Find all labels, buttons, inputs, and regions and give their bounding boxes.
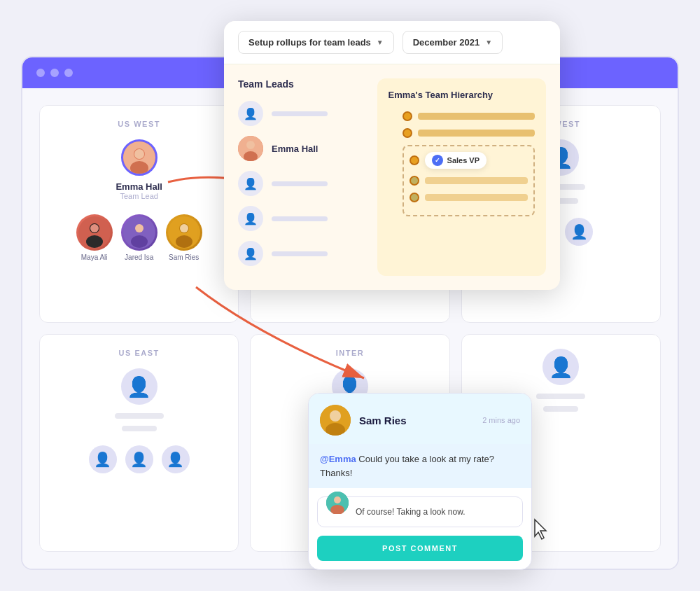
dropdown-arrow-2: ▼ — [485, 39, 492, 46]
post-comment-button[interactable]: POST COMMENT — [317, 536, 523, 561]
lead-item-emma[interactable]: Emma Hall — [238, 136, 360, 161]
tree-dot-4 — [410, 193, 419, 202]
sam-ries-avatar — [166, 214, 202, 251]
svg-point-10 — [131, 235, 148, 248]
us-east-member-1: 👤 — [89, 445, 117, 473]
tree-item-2 — [402, 128, 535, 138]
member-sam: Sam Ries — [166, 214, 202, 261]
lead-placeholder-4 — [272, 216, 328, 221]
popup-body: Team Leads 👤 Emma Hall — [224, 64, 560, 290]
jared-isa-avatar — [121, 214, 158, 251]
setup-rollups-label: Setup rollups for team leads — [248, 37, 371, 48]
tree-item-salesvp: ✓ Sales VP — [410, 152, 528, 169]
comment-reply-box: Of course! Taking a look now. — [317, 496, 523, 527]
lead-avatar-4: 👤 — [238, 206, 263, 231]
svg-point-6 — [86, 235, 103, 248]
jared-isa-name: Jared Isa — [125, 253, 153, 261]
date-label: December 2021 — [413, 37, 479, 48]
lead-placeholder-5 — [272, 251, 328, 256]
us-east-member-2: 👤 — [125, 445, 153, 473]
comment-message: @Emma Could you take a look at my rate? … — [309, 444, 531, 488]
region-card-us-west: US WEST Emma Hall Team Lead — [39, 105, 239, 323]
tree-dot-salesvp — [410, 155, 419, 165]
tree-bar-2 — [418, 130, 535, 137]
empty-line-1 — [536, 394, 585, 399]
hierarchy-title: Emma's Team Hierarchy — [388, 90, 535, 100]
svg-point-20 — [330, 410, 341, 422]
us-east-member-3: 👤 — [162, 445, 190, 473]
lead-item-1[interactable]: 👤 — [238, 101, 360, 126]
tree-dot-1 — [402, 111, 412, 121]
hierarchy-tree: ✓ Sales VP — [388, 111, 535, 216]
comment-popup: Sam Ries 2 mins ago @Emma Could you take… — [308, 393, 532, 570]
tree-dot-3 — [410, 176, 419, 186]
sam-ries-comment-avatar — [320, 405, 351, 436]
mention-tag: @Emma — [320, 454, 356, 464]
blank-member-avatar-5: 👤 — [565, 218, 593, 246]
reply-text: Of course! Taking a look now. — [356, 506, 465, 518]
sales-vp-label: Sales VP — [447, 156, 479, 165]
svg-point-23 — [334, 496, 341, 503]
us-east-line-2 — [122, 426, 157, 431]
lead-item-3[interactable]: 👤 — [238, 171, 360, 196]
comment-user-info: Sam Ries — [359, 415, 407, 426]
member-jared: Jared Isa — [121, 214, 158, 261]
tree-dot-2 — [402, 128, 412, 138]
team-leads-popup: Setup rollups for team leads ▼ December … — [224, 21, 560, 290]
member-maya: Maya Ali — [76, 214, 113, 261]
members-row: Maya Ali Jared Isa — [76, 214, 202, 261]
svg-point-3 — [134, 149, 144, 159]
lead-avatar-1: 👤 — [238, 101, 263, 126]
emma-reply-avatar — [326, 492, 349, 514]
empty-avatar: 👤 — [542, 349, 579, 385]
tree-item-1 — [402, 111, 535, 121]
us-east-line-1 — [115, 413, 164, 419]
tree-bar-1 — [418, 113, 535, 120]
comment-time: 2 mins ago — [482, 416, 520, 424]
svg-point-7 — [90, 224, 99, 232]
tree-bar-3 — [425, 177, 528, 184]
check-circle-icon: ✓ — [432, 155, 443, 166]
team-leads-section-title: Team Leads — [238, 78, 360, 90]
hierarchy-panel: Emma's Team Hierarchy ✓ — [377, 78, 546, 276]
lead-avatar-3: 👤 — [238, 171, 263, 196]
maya-ali-name: Maya Ali — [81, 253, 108, 261]
lead-emma-name: Emma Hall — [272, 144, 318, 154]
lead-placeholder-3 — [272, 181, 328, 186]
lead-item-4[interactable]: 👤 — [238, 206, 360, 231]
emma-hall-role: Team Lead — [120, 192, 158, 200]
date-dropdown[interactable]: December 2021 ▼ — [402, 31, 503, 54]
tree-bar-4 — [425, 194, 528, 201]
sales-vp-badge: ✓ Sales VP — [425, 152, 486, 169]
emma-hall-avatar — [121, 139, 158, 176]
team-leads-list: Team Leads 👤 Emma Hall — [238, 78, 360, 276]
lead-placeholder-1 — [272, 111, 328, 116]
lead-avatar-emma — [238, 136, 263, 161]
topbar-dot-1 — [36, 69, 45, 77]
lead-item-5[interactable]: 👤 — [238, 241, 360, 266]
popup-header: Setup rollups for team leads ▼ December … — [224, 21, 560, 64]
dropdown-arrow-1: ▼ — [377, 39, 384, 46]
maya-ali-avatar — [76, 214, 113, 251]
tree-sales-vp-box: ✓ Sales VP — [402, 145, 535, 216]
tree-item-3 — [410, 176, 528, 186]
comment-header: Sam Ries 2 mins ago — [309, 394, 531, 444]
tree-item-4 — [410, 193, 528, 202]
us-east-lead-avatar: 👤 — [121, 368, 158, 405]
us-east-members: 👤 👤 👤 — [89, 445, 190, 473]
emma-hall-name: Emma Hall — [115, 181, 162, 192]
svg-point-17 — [246, 141, 255, 149]
team-lead-section: Emma Hall Team Lead — [115, 139, 162, 200]
region-title-inter: INTER — [336, 349, 365, 357]
lead-avatar-5: 👤 — [238, 241, 263, 266]
region-title-us-west: US WEST — [118, 120, 160, 128]
topbar-dot-2 — [50, 69, 59, 77]
topbar-dot-3 — [64, 69, 73, 77]
region-card-us-east: US EAST 👤 👤 👤 👤 — [39, 334, 239, 552]
setup-rollups-dropdown[interactable]: Setup rollups for team leads ▼ — [238, 31, 394, 54]
sam-ries-name: Sam Ries — [169, 253, 199, 261]
region-title-us-east: US EAST — [119, 349, 160, 357]
svg-point-14 — [176, 235, 192, 248]
comment-user-name: Sam Ries — [359, 415, 407, 426]
empty-line-2 — [543, 406, 578, 412]
